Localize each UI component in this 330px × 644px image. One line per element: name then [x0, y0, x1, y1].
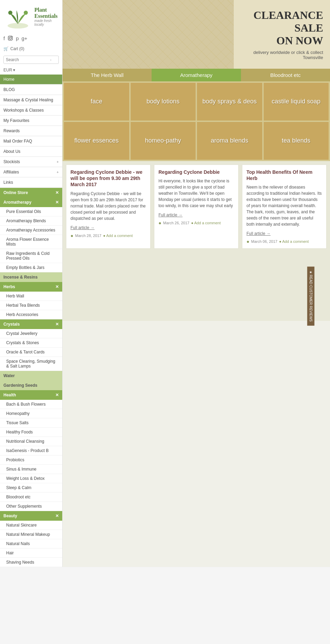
nav-shaving-needs[interactable]: Shaving Needs [0, 558, 62, 567]
currency-selector[interactable]: EUR ▾ [0, 66, 62, 75]
nav-herbal-tea-blends[interactable]: Herbal Tea Blends [0, 301, 62, 310]
facebook-icon[interactable]: f [3, 35, 5, 42]
nav-healthy-foods[interactable]: Healthy Foods [0, 428, 62, 437]
crystals-header[interactable]: Crystals ✕ [0, 319, 62, 329]
logo-icon [3, 5, 33, 29]
article-1-body: Hi everyone, It looks like the cyclone i… [158, 178, 234, 209]
tab-aromatherapy[interactable]: Aromatherapy [152, 69, 241, 81]
nav-home-label[interactable]: Home [0, 75, 62, 84]
product-tile-flower-essences[interactable]: flower essences [64, 122, 129, 160]
article-0-date-icon: ● [70, 233, 73, 238]
nav-probiotics[interactable]: Probiotics [0, 455, 62, 465]
cart-link[interactable]: 🛒 Cart (0) [0, 45, 62, 54]
nav-sleep-calm[interactable]: Sleep & Calm [0, 483, 62, 493]
tab-herb-wall[interactable]: The Herb Wall [63, 69, 152, 81]
nav-space-clearing[interactable]: Space Clearing, Smudging & Salt Lamps [0, 357, 62, 371]
nav-item-affiliates[interactable]: Affiliates + [0, 167, 62, 178]
beauty-header[interactable]: Beauty ✕ [0, 511, 62, 521]
article-2-comment[interactable]: Add a comment [279, 239, 309, 244]
nav-item-massage[interactable]: Massage & Crystal Healing [0, 95, 62, 105]
article-1-date: March 26, 2017 [163, 221, 189, 225]
nav-herb-accessories[interactable]: Herb Accessories [0, 310, 62, 319]
nav-other-supplements[interactable]: Other Supplements [0, 502, 62, 511]
tab-bloodroot[interactable]: Bloodroot etc [241, 69, 330, 81]
nav-nutritional-cleansing[interactable]: Nutritional Cleansing [0, 437, 62, 446]
article-2-date-icon: ● [246, 239, 249, 244]
article-2-link[interactable]: Full article → [246, 231, 271, 236]
google-plus-icon[interactable]: g+ [22, 35, 28, 42]
nav-pure-essential-oils[interactable]: Pure Essential Oils [0, 207, 62, 216]
product-tile-face[interactable]: face [64, 83, 129, 121]
online-store-header[interactable]: Online Store ✕ [0, 188, 62, 197]
nav-item-favourites[interactable]: My Favourites [0, 116, 62, 126]
product-tile-aroma-blends[interactable]: aroma blends [197, 122, 262, 160]
nav-crystals-stones[interactable]: Crystals & Stones [0, 338, 62, 348]
herbs-header[interactable]: Herbs ✕ [0, 282, 62, 292]
nav-aromatherapy-accessories[interactable]: Aromatherapy Accessories [0, 226, 62, 235]
article-0-body: Regarding Cyclone Debbie - we will be op… [70, 191, 146, 222]
cart-count: 0 [21, 46, 23, 51]
nav-blog-label[interactable]: BLOG [0, 85, 62, 95]
product-tile-homeopathy[interactable]: homeo-pathy [131, 122, 196, 160]
nav-aroma-flower-essence-mists[interactable]: Aroma Flower Essence Mists [0, 235, 62, 249]
instagram-icon[interactable] [8, 35, 13, 42]
nav-weight-loss[interactable]: Weight Loss & Detox [0, 474, 62, 483]
nav-oracle-tarot-cards[interactable]: Oracle & Tarot Cards [0, 348, 62, 357]
nav-item-blog[interactable]: BLOG [0, 85, 62, 95]
product-tile-tea-blends[interactable]: tea blends [264, 122, 329, 160]
nav-homeopathy[interactable]: Homeopathy [0, 409, 62, 418]
nav-item-workshops[interactable]: Workshops & Classes [0, 105, 62, 116]
product-tile-castile[interactable]: castile liquid soap [264, 83, 329, 121]
nav-bloodroot[interactable]: Bloodroot etc [0, 493, 62, 502]
affiliates-expand-icon: + [57, 170, 59, 174]
search-submit-icon[interactable]: › [48, 57, 53, 63]
sidebar-section-beauty: Beauty ✕ Natural Skincare Natural Minera… [0, 511, 62, 567]
customer-reviews-tab[interactable]: ★ READ CUSTOMER REVIEWS [307, 267, 314, 326]
nav-tissue-salts[interactable]: Tissue Salts [0, 418, 62, 428]
article-0-comment[interactable]: Add a comment [103, 234, 133, 238]
nav-natural-nails[interactable]: Natural Nails [0, 539, 62, 549]
nav-item-rewards[interactable]: Rewards [0, 126, 62, 136]
product-tile-body-sprays[interactable]: body sprays & deos [197, 83, 262, 121]
hero-sale-title: CLEARANCE SALE [241, 9, 323, 34]
search-input[interactable] [4, 56, 48, 64]
gardening-header[interactable]: Gardening Seeds [0, 381, 62, 390]
sidebar-section-health: Health ✕ Bach & Bush Flowers Homeopathy … [0, 390, 62, 511]
nav-sinus-immune[interactable]: Sinus & Immune [0, 465, 62, 474]
hero-sale-subtitle-line: ON NOW [241, 34, 323, 47]
health-header[interactable]: Health ✕ [0, 390, 62, 400]
cart-icon: 🛒 [3, 46, 9, 51]
aromatherapy-header[interactable]: Aromatherapy ✕ [0, 197, 62, 207]
svg-point-4 [9, 37, 11, 39]
social-icons: f p g+ [0, 33, 62, 45]
article-0-link[interactable]: Full article → [70, 225, 95, 230]
nav-item-about[interactable]: About Us [0, 147, 62, 157]
nav-empty-bottles[interactable]: Empty Bottles & Jars [0, 263, 62, 272]
nav-hair[interactable]: Hair [0, 549, 62, 558]
nav-crystal-jewellery[interactable]: Crystal Jewellery [0, 329, 62, 338]
search-box: › [3, 56, 59, 64]
nav-isagenesis[interactable]: IsaGenesis - Product B [0, 446, 62, 455]
sidebar: Plant Essentials made fresh locally f p … [0, 0, 63, 567]
article-2-date: March 06, 2017 [251, 239, 277, 244]
article-1-link[interactable]: Full article → [158, 213, 183, 217]
nav-herb-wall[interactable]: Herb Wall [0, 292, 62, 301]
category-tabs: The Herb Wall Aromatherapy Bloodroot etc [63, 69, 330, 81]
product-tile-body-lotions[interactable]: body lotions [131, 83, 196, 121]
incense-header[interactable]: Incense & Resins [0, 272, 62, 282]
nav-item-stockists[interactable]: Stockists + [0, 157, 62, 167]
nav-raw-ingredients[interactable]: Raw Ingredients & Cold Pressed Oils [0, 249, 62, 263]
nav-item-faq[interactable]: Mail Order FAQ [0, 136, 62, 147]
nav-item-links[interactable]: Links [0, 178, 62, 188]
sidebar-section-water: Water [0, 371, 62, 381]
article-1-comment[interactable]: Add a comment [191, 221, 221, 225]
pinterest-icon[interactable]: p [16, 35, 19, 42]
nav-bach-bush-flowers[interactable]: Bach & Bush Flowers [0, 400, 62, 409]
nav-natural-skincare[interactable]: Natural Skincare [0, 521, 62, 530]
nav-aromatherapy-blends[interactable]: Aromatherapy Blends [0, 216, 62, 226]
nav-item-home[interactable]: Home [0, 75, 62, 85]
water-header[interactable]: Water [0, 371, 62, 381]
sidebar-section-incense: Incense & Resins [0, 272, 62, 282]
article-card-0: Regarding Cyclone Debbie - we will be op… [66, 165, 151, 249]
nav-natural-mineral-makeup[interactable]: Natural Mineral Makeup [0, 530, 62, 539]
